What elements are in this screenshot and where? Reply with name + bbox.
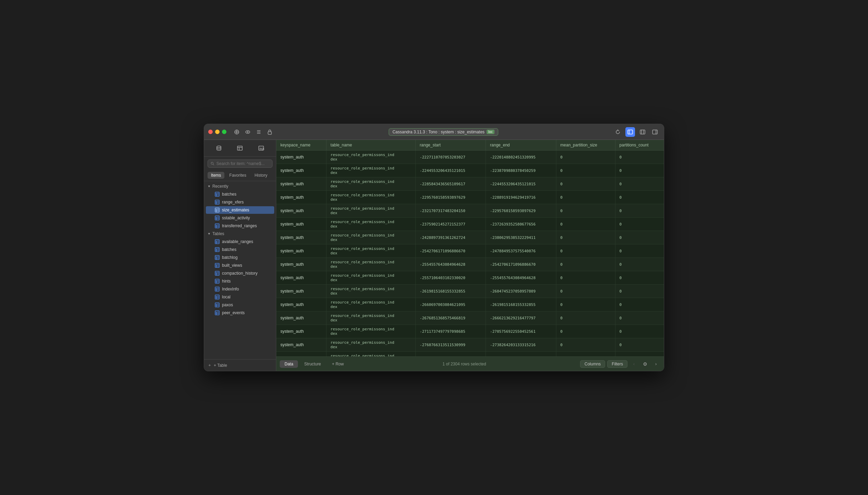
svg-rect-35 <box>215 208 219 212</box>
table-grid-icon <box>215 287 220 292</box>
list-icon[interactable] <box>255 128 263 136</box>
add-table-label: + Table <box>214 363 227 368</box>
cell-mean_partition_size: 0 <box>556 191 615 204</box>
refresh-button[interactable] <box>613 127 623 137</box>
sidebar-item-paxos[interactable]: paxos <box>206 301 274 309</box>
tables-section-header[interactable]: ▼ Tables <box>204 230 276 238</box>
tab-data[interactable]: Data <box>280 360 298 368</box>
sidebar-item-compaction-history[interactable]: compaction_history <box>206 270 274 277</box>
layout-right-button[interactable] <box>650 127 660 137</box>
table-row[interactable]: system_authresource_role_permissons_ind … <box>276 218 664 231</box>
sidebar-db-icon[interactable] <box>213 143 224 154</box>
sidebar-item-batches[interactable]: batches <box>206 246 274 253</box>
bottom-status: 1 of 2304 rows selected <box>350 362 579 366</box>
layout-left-button[interactable] <box>625 127 635 137</box>
table-grid-icon <box>215 200 220 205</box>
svg-rect-63 <box>215 271 219 275</box>
data-table-container[interactable]: keyspace_name table_name range_start ran… <box>276 140 664 356</box>
lock-icon[interactable] <box>266 128 274 136</box>
col-keyspace-name[interactable]: keyspace_name <box>276 140 326 151</box>
sidebar-item-label: peer_events <box>222 310 245 315</box>
sidebar-item-local[interactable]: local <box>206 293 274 301</box>
columns-button[interactable]: Columns <box>580 360 605 368</box>
table-row[interactable]: system_authresource_role_permissons_ind … <box>276 298 664 311</box>
network-icon[interactable] <box>233 128 241 136</box>
sidebar-item-label: batches <box>222 247 236 252</box>
cell-range_start: -2285843436565109617 <box>415 177 486 191</box>
table-row[interactable]: system_authresource_role_permissons_ind … <box>276 271 664 285</box>
maximize-button[interactable] <box>222 130 226 134</box>
table-row[interactable]: system_authresource_role_permissons_ind … <box>276 177 664 191</box>
cell-range_end: -2542706171096886670 <box>486 258 556 271</box>
settings-button[interactable]: ⚙ <box>641 360 649 368</box>
sidebar-item-sstable-activity[interactable]: sstable_activity <box>206 214 274 222</box>
tab-structure[interactable]: Structure <box>299 360 326 368</box>
table-row[interactable]: system_authresource_role_permissons_ind … <box>276 231 664 244</box>
cell-partitions_count: 0 <box>615 352 664 357</box>
tab-items[interactable]: Items <box>208 172 224 179</box>
cell-mean_partition_size: 0 <box>556 311 615 325</box>
sidebar-item-transferred-ranges[interactable]: transferred_ranges <box>206 222 274 230</box>
eye-icon[interactable] <box>244 128 252 136</box>
svg-rect-71 <box>215 287 219 291</box>
tab-add-row[interactable]: + Row <box>327 360 348 368</box>
search-box[interactable] <box>208 160 272 168</box>
traffic-lights <box>208 130 226 134</box>
sidebar-item-hints[interactable]: hints <box>206 277 274 285</box>
cell-table_name: resource_role_permissons_ind dex <box>326 311 415 325</box>
tab-history[interactable]: History <box>251 172 271 179</box>
table-row[interactable]: system_authresource_role_permissons_ind … <box>276 285 664 298</box>
sidebar-item-available-ranges[interactable]: available_ranges <box>206 238 274 245</box>
svg-rect-12 <box>628 130 633 134</box>
sidebar-item-peer-events[interactable]: peer_events <box>206 309 274 317</box>
col-range-start[interactable]: range_start <box>415 140 486 151</box>
titlebar-right <box>613 127 660 137</box>
cell-table_name: resource_role_permissons_ind dex <box>326 151 415 164</box>
table-row[interactable]: system_authresource_role_permissons_ind … <box>276 311 664 325</box>
cell-partitions_count: 0 <box>615 218 664 231</box>
tab-favorites[interactable]: Favorites <box>226 172 249 179</box>
table-row[interactable]: system_authresource_role_permissons_ind … <box>276 151 664 164</box>
table-row[interactable]: system_authresource_role_permissons_ind … <box>276 244 664 258</box>
table-row[interactable]: system_authresource_role_permissons_ind … <box>276 204 664 218</box>
sidebar-item-indexinfo[interactable]: IndexInfo <box>206 285 274 293</box>
col-mean-partition-size[interactable]: mean_partition_size <box>556 140 615 151</box>
nav-prev-button[interactable]: ‹ <box>630 360 638 368</box>
cell-keyspace_name: system_auth <box>276 298 326 311</box>
sidebar-item-size-estimates[interactable]: size_estimates <box>206 206 274 214</box>
sidebar-table-icon[interactable] <box>234 143 245 154</box>
cell-range_end: -2372639352580677656 <box>486 218 556 231</box>
sidebar-item-built-views[interactable]: built_views <box>206 262 274 269</box>
col-table-name[interactable]: table_name <box>326 140 415 151</box>
table-grid-icon <box>215 208 220 212</box>
close-button[interactable] <box>208 130 213 134</box>
col-range-end[interactable]: range_end <box>486 140 556 151</box>
table-row[interactable]: system_authresource_role_permissons_ind … <box>276 258 664 271</box>
cell-mean_partition_size: 0 <box>556 258 615 271</box>
cell-mean_partition_size: 0 <box>556 218 615 231</box>
search-input[interactable] <box>216 161 269 166</box>
table-row[interactable]: system_authresource_role_permissons_ind … <box>276 164 664 177</box>
add-table-button[interactable]: ＋ + Table <box>204 359 276 371</box>
table-row[interactable]: system_authresource_role_permissons_ind … <box>276 338 664 352</box>
nav-next-button[interactable]: › <box>652 360 660 368</box>
cell-range_end: -2295760158593897629 <box>486 204 556 218</box>
cell-keyspace_name: system_auth <box>276 258 326 271</box>
table-row[interactable]: system_authresource_role_permissons_ind … <box>276 191 664 204</box>
filters-button[interactable]: Filters <box>607 360 627 368</box>
table-row[interactable]: system_authresource_role_permissons_ind … <box>276 352 664 357</box>
minimize-button[interactable] <box>215 130 220 134</box>
sidebar-item-label: IndexInfo <box>222 287 239 292</box>
cell-keyspace_name: system_auth <box>276 338 326 352</box>
table-row[interactable]: system_authresource_role_permissons_ind … <box>276 325 664 338</box>
sidebar-item-range-xfers[interactable]: range_xfers <box>206 198 274 206</box>
sidebar-sql-icon[interactable]: SQL <box>256 143 267 154</box>
svg-rect-20 <box>237 146 242 150</box>
sidebar-item-batches-recent[interactable]: batches <box>206 190 274 198</box>
svg-rect-67 <box>215 279 219 283</box>
cell-mean_partition_size: 0 <box>556 204 615 218</box>
layout-center-button[interactable] <box>638 127 647 137</box>
sidebar-item-batchlog[interactable]: batchlog <box>206 254 274 261</box>
recently-section-header[interactable]: ▼ Recently <box>204 183 276 190</box>
col-partitions-count[interactable]: partitions_count <box>615 140 664 151</box>
